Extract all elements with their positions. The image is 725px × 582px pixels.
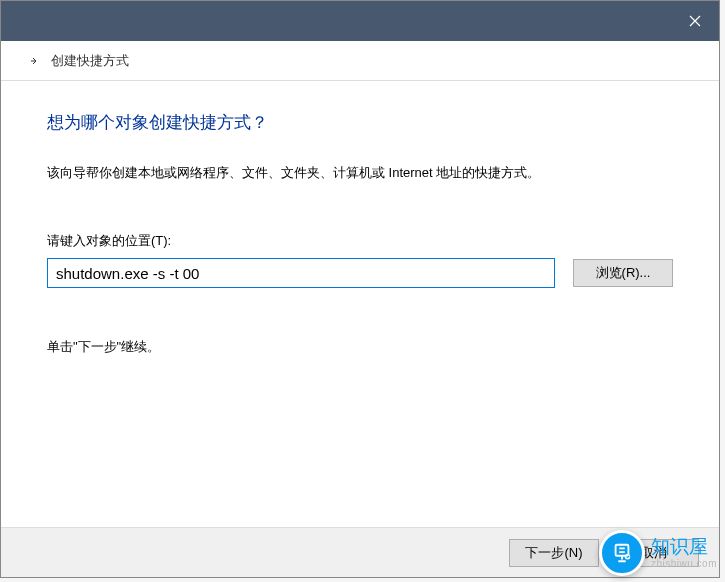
next-button[interactable]: 下一步(N) bbox=[509, 539, 599, 567]
svg-point-1 bbox=[625, 554, 631, 560]
watermark-url: zhishiwu.com bbox=[651, 558, 717, 569]
subtitle-text: 创建快捷方式 bbox=[51, 52, 129, 70]
watermark-badge-icon bbox=[599, 530, 645, 576]
subtitle-bar: 创建快捷方式 bbox=[1, 41, 719, 81]
path-field-label: 请键入对象的位置(T): bbox=[47, 232, 673, 250]
page-heading: 想为哪个对象创建快捷方式？ bbox=[47, 111, 673, 134]
close-button[interactable] bbox=[671, 1, 719, 41]
browse-button[interactable]: 浏览(R)... bbox=[573, 259, 673, 287]
close-icon bbox=[689, 15, 701, 27]
path-input[interactable] bbox=[47, 258, 555, 288]
input-row: 浏览(R)... bbox=[47, 258, 673, 288]
hint-text: 单击"下一步"继续。 bbox=[47, 338, 673, 356]
titlebar bbox=[1, 1, 719, 41]
back-arrow-icon bbox=[29, 56, 39, 66]
wizard-window: 创建快捷方式 想为哪个对象创建快捷方式？ 该向导帮你创建本地或网络程序、文件、文… bbox=[0, 0, 720, 578]
watermark-text: 知识屋 zhishiwu.com bbox=[651, 537, 717, 569]
svg-rect-0 bbox=[616, 545, 629, 556]
watermark-brand: 知识屋 bbox=[651, 537, 717, 558]
content-area: 想为哪个对象创建快捷方式？ 该向导帮你创建本地或网络程序、文件、文件夹、计算机或… bbox=[1, 81, 719, 527]
description-text: 该向导帮你创建本地或网络程序、文件、文件夹、计算机或 Internet 地址的快… bbox=[47, 164, 673, 182]
watermark: 知识屋 zhishiwu.com bbox=[599, 530, 717, 576]
